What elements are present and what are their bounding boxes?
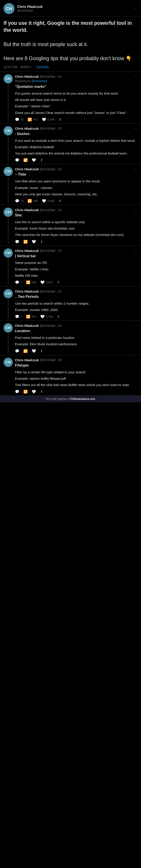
tweet-more-options[interactable]: ··· [134, 126, 138, 131]
thread-line [8, 177, 8, 203]
tweet-separator: · [56, 358, 57, 362]
tip-title: .. Two Periods [15, 294, 138, 300]
share-button[interactable]: ⬆ [58, 199, 62, 203]
tweet-left-col: CH [3, 167, 13, 203]
comment-button[interactable]: 💬 [15, 158, 19, 162]
tweet-header-row: Chris Hladczuk@chrishlad·2d··· [15, 289, 138, 293]
comment-count: 7 [21, 281, 22, 284]
footer-site-name: FUNsubstance.com [70, 398, 95, 401]
tweet-author-name: Chris Hladczuk [15, 289, 39, 293]
tweet-author-name: Chris Hladczuk [15, 167, 39, 171]
retweet-button[interactable]: 🔁 [23, 349, 28, 353]
tweet-timestamp: 10:47 AM · 8/28/21 · Typefully [3, 65, 138, 69]
share-icon: ⬆ [58, 199, 62, 203]
tweet-header-row: Chris Hladczuk@chrishlad·2d··· [15, 208, 138, 212]
tip-title: Location: [15, 328, 138, 334]
comment-icon: 💬 [15, 349, 19, 353]
like-count: 5,855 [47, 199, 55, 203]
comment-button[interactable]: 💬42 [15, 117, 24, 122]
avatar: CH [3, 323, 13, 333]
share-button[interactable]: ⬆ [57, 280, 60, 284]
like-button[interactable]: 🤍4,708 [40, 314, 53, 319]
tweet-time: 2d [58, 249, 62, 252]
tweet-header-row: Chris Hladczuk@chrishlad·2d··· [15, 74, 138, 79]
comment-button[interactable]: 💬7 [15, 314, 22, 319]
like-button[interactable]: 🤍3,622 [40, 280, 53, 284]
retweet-button[interactable]: 🔁615 [27, 117, 38, 122]
avatar: CH [3, 358, 13, 367]
tweet-body-line: Filter by a certain file type related to… [15, 370, 138, 375]
avatar: CH [3, 167, 13, 176]
tweet-left-col: CH [3, 208, 13, 244]
tip-title: | Vertical bar [15, 253, 138, 259]
tweet-actions: 💬7🔁286🤍3,622⬆ [15, 280, 138, 284]
tweet-body: - DashesIf you want to exclude a term fr… [15, 131, 138, 156]
tweet-more-options[interactable]: ··· [134, 323, 138, 328]
tweet-item: CHChris Hladczuk@chrishlad·2d···.. Two P… [0, 286, 141, 321]
share-button[interactable]: ⬆ [40, 349, 43, 353]
tweet-more-options[interactable]: ··· [134, 289, 138, 293]
reply-to: Replying to @chrishlad [15, 79, 138, 83]
like-button[interactable]: 🤍 [32, 390, 36, 394]
tweet-body-line: Gives you all James Clear search results… [15, 110, 138, 115]
more-options-icon[interactable]: ··· [134, 6, 138, 11]
retweet-count: 445 [33, 199, 38, 203]
tweet-meta: Chris Hladczuk@chrishlad·2d [15, 167, 61, 171]
like-button[interactable]: 🤍 [32, 240, 36, 244]
share-button[interactable]: ⬆ [57, 314, 60, 319]
footer-text: Non-stop laughter at [46, 398, 70, 401]
comment-button[interactable]: 💬7 [15, 280, 22, 284]
tweet-item: CHChris Hladczuk@chrishlad·2d···Site:Use… [0, 205, 141, 246]
tweet-body: ~ TildeUse tilde when you want synonyms … [15, 172, 138, 197]
like-button[interactable]: 🤍 [32, 349, 36, 353]
tip-title: ~ Tilde [15, 172, 138, 177]
tweet-time: 2d [58, 358, 62, 362]
tweet-body: .. Two PeriodsUse two periods to search … [15, 294, 138, 312]
like-button[interactable]: 🤍 [32, 158, 36, 162]
tweet-more-options[interactable]: ··· [134, 167, 138, 172]
like-button[interactable]: 🤍6,299 [42, 117, 55, 122]
footer: Non-stop laughter at FUNsubstance.com [0, 396, 141, 402]
comment-icon: 💬 [15, 199, 19, 203]
tweet-more-options[interactable]: ··· [134, 248, 138, 253]
share-button[interactable]: ⬆ [40, 390, 43, 394]
retweet-button[interactable]: 🔁286 [26, 280, 37, 284]
comment-icon: 💬 [15, 117, 19, 122]
comment-button[interactable]: 💬 [15, 349, 19, 353]
retweet-button[interactable]: 🔁 [23, 158, 28, 162]
comment-button[interactable]: 💬13 [15, 199, 24, 203]
retweet-button[interactable]: 🔁 [23, 390, 28, 394]
share-icon: ⬆ [57, 314, 60, 319]
comment-count: 42 [21, 118, 24, 121]
comment-count: 13 [21, 199, 24, 203]
header-name-block: Chris Hladczuk @chrishlad [17, 5, 43, 12]
tweet-more-options[interactable]: ··· [134, 358, 138, 362]
tweet-separator: · [56, 208, 57, 212]
retweet-button[interactable]: 🔁324 [26, 314, 37, 319]
tweet-source[interactable]: Typefully [36, 65, 49, 69]
tweet-author-name: Chris Hladczuk [15, 74, 39, 79]
user-name: Chris Hladczuk [17, 5, 43, 9]
tweet-body-line: If you want to exclude a term from your … [15, 138, 138, 143]
tweet-author-handle: @chrishlad [40, 75, 55, 79]
tweet-more-options[interactable]: ··· [134, 74, 138, 79]
comment-button[interactable]: 💬 [15, 390, 19, 394]
tweet-time: 2d [58, 167, 62, 171]
retweet-button[interactable]: 🔁 [23, 240, 28, 244]
share-button[interactable]: ⬆ [58, 117, 62, 122]
tweet-thread: CHChris Hladczuk@chrishlad·2d···Replying… [0, 71, 141, 396]
tweet-more-options[interactable]: ··· [134, 208, 138, 212]
tweet-time: 2d [58, 290, 62, 293]
share-icon: ⬆ [40, 240, 43, 244]
like-icon: 🤍 [32, 390, 36, 394]
comment-button[interactable]: 💬 [15, 240, 19, 244]
tweet-body-line: You just want dolphins the animal not do… [15, 151, 138, 156]
tweet-author-handle: @chrishlad [40, 167, 55, 171]
tweet-actions: 💬🔁🤍⬆ [15, 240, 138, 244]
tweet-right-col: Chris Hladczuk@chrishlad·2d···Replying t… [15, 74, 138, 122]
tweet-body-line: Example: dolphins-football [15, 145, 138, 150]
like-button[interactable]: 🤍5,855 [42, 199, 55, 203]
share-button[interactable]: ⬆ [40, 158, 43, 162]
retweet-button[interactable]: 🔁445 [27, 199, 38, 203]
share-button[interactable]: ⬆ [40, 240, 43, 244]
